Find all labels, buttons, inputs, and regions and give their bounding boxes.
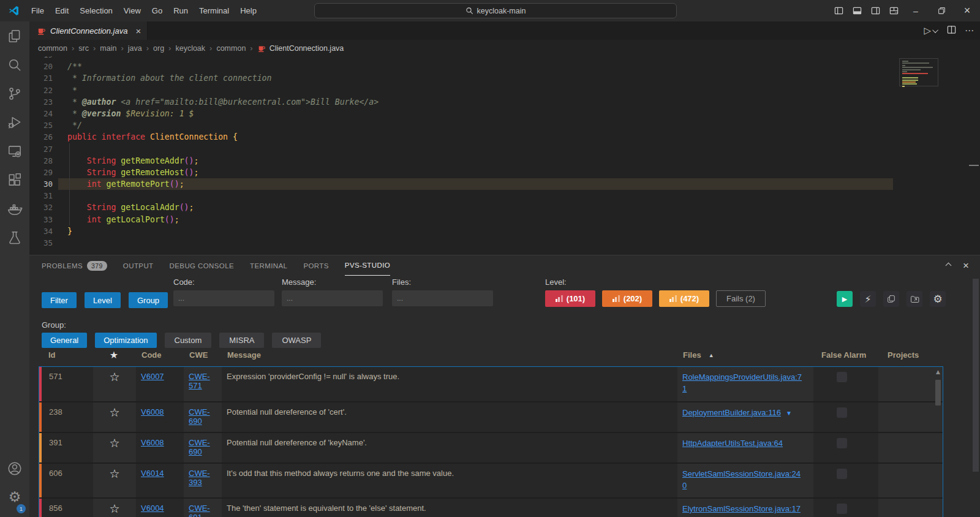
table-scrollbar[interactable]: ▲ bbox=[934, 369, 942, 406]
table-row[interactable]: 571☆V6007CWE-571Expression 'providerConf… bbox=[39, 367, 943, 402]
remote-explorer-icon[interactable] bbox=[0, 137, 29, 165]
false-alarm-checkbox[interactable] bbox=[837, 504, 847, 514]
column-header-id[interactable]: Id bbox=[41, 350, 92, 360]
tab-clientconnection[interactable]: ClientConnection.java × bbox=[29, 21, 148, 40]
panel-maximize-icon[interactable] bbox=[946, 263, 952, 269]
column-header-cwe[interactable]: CWE bbox=[183, 350, 221, 360]
run-debug-icon[interactable] bbox=[0, 108, 29, 137]
breadcrumb-item[interactable]: keycloak bbox=[175, 44, 205, 53]
cwe-link[interactable]: CWE-393 bbox=[189, 469, 210, 487]
level-3-button[interactable]: (472) bbox=[659, 290, 709, 307]
false-alarm-checkbox[interactable] bbox=[837, 438, 847, 448]
breadcrumb-item[interactable]: java bbox=[128, 44, 142, 53]
favorite-star-icon[interactable]: ☆ bbox=[93, 367, 136, 401]
docker-icon[interactable] bbox=[0, 194, 29, 223]
analyze-run-button[interactable]: ▶ bbox=[837, 291, 853, 307]
minimize-icon[interactable]: – bbox=[903, 0, 929, 21]
menu-item-file[interactable]: File bbox=[26, 4, 50, 18]
copy-results-icon[interactable] bbox=[883, 291, 899, 307]
panel-tab-debug-console[interactable]: DEBUG CONSOLE bbox=[170, 255, 235, 276]
test-beaker-icon[interactable] bbox=[0, 223, 29, 252]
table-row[interactable]: 606☆V6014CWE-393It's odd that this metho… bbox=[39, 464, 943, 499]
level-2-button[interactable]: (202) bbox=[602, 290, 652, 307]
expand-dropdown-icon[interactable]: ▼ bbox=[786, 410, 792, 417]
false-alarm-checkbox[interactable] bbox=[837, 372, 847, 382]
panel-close-icon[interactable]: × bbox=[963, 260, 969, 272]
pvs-settings-gear-icon[interactable]: ⚙ bbox=[930, 291, 946, 307]
table-row[interactable]: 238☆V6008CWE-690Potential null dereferen… bbox=[39, 402, 943, 433]
file-link[interactable]: ServletSamlSessionStore.java:240 bbox=[682, 469, 801, 490]
files-filter-input[interactable] bbox=[392, 290, 493, 306]
level-button[interactable]: Level bbox=[85, 292, 121, 308]
level-1-button[interactable]: (101) bbox=[545, 290, 595, 307]
menu-item-view[interactable]: View bbox=[118, 4, 146, 18]
false-alarm-checkbox[interactable] bbox=[837, 407, 847, 418]
cwe-link[interactable]: CWE-571 bbox=[189, 372, 210, 390]
source-control-icon[interactable] bbox=[0, 79, 29, 108]
message-filter-input[interactable] bbox=[282, 290, 383, 306]
toggle-primary-sidebar-icon[interactable] bbox=[829, 0, 848, 21]
panel-tab-pvs-studio[interactable]: PVS-STUDIO bbox=[345, 255, 390, 276]
code-link[interactable]: V6008 bbox=[141, 438, 164, 447]
account-icon[interactable] bbox=[0, 454, 29, 483]
explorer-icon[interactable] bbox=[0, 21, 29, 50]
quick-actions-icon[interactable]: ⚡ bbox=[860, 291, 876, 307]
code-link[interactable]: V6014 bbox=[141, 469, 164, 478]
breadcrumb-item[interactable]: src bbox=[78, 44, 89, 53]
menu-item-go[interactable]: Go bbox=[146, 4, 168, 18]
table-row[interactable]: 391☆V6008CWE-690Potential null dereferen… bbox=[39, 433, 943, 464]
file-link[interactable]: RoleMappingsProviderUtils.java:71 bbox=[682, 372, 802, 393]
group-button[interactable]: Group bbox=[129, 292, 168, 308]
breadcrumb-item[interactable]: main bbox=[100, 44, 116, 53]
breadcrumb-item[interactable]: common bbox=[38, 44, 67, 53]
code-filter-input[interactable] bbox=[173, 290, 274, 306]
menu-item-run[interactable]: Run bbox=[168, 4, 194, 18]
code-link[interactable]: V6004 bbox=[141, 504, 164, 513]
code-editor[interactable]: 1920/**21 * Information about the client… bbox=[29, 56, 980, 255]
editor-scrollbar[interactable] bbox=[969, 165, 979, 166]
settings-gear-icon[interactable]: ⚙ 1 bbox=[0, 482, 29, 511]
close-window-icon[interactable]: × bbox=[954, 0, 980, 21]
menu-item-edit[interactable]: Edit bbox=[50, 4, 74, 18]
favorite-star-icon[interactable]: ☆ bbox=[93, 433, 136, 462]
menu-item-help[interactable]: Help bbox=[235, 4, 262, 18]
restore-icon[interactable] bbox=[929, 0, 954, 21]
filter-button[interactable]: Filter bbox=[42, 292, 77, 308]
column-header-message[interactable]: Message bbox=[221, 350, 677, 360]
code-link[interactable]: V6007 bbox=[141, 372, 164, 381]
run-file-button[interactable]: ▷ bbox=[924, 25, 938, 36]
minimap[interactable] bbox=[899, 58, 938, 86]
customize-layout-icon[interactable] bbox=[884, 0, 903, 21]
command-center-search[interactable]: keycloak-main bbox=[314, 3, 677, 18]
breadcrumb-item[interactable]: common bbox=[216, 44, 246, 53]
open-report-folder-icon[interactable] bbox=[907, 291, 922, 307]
panel-tab-terminal[interactable]: TERMINAL bbox=[250, 255, 287, 276]
favorite-star-icon[interactable]: ☆ bbox=[93, 464, 136, 498]
panel-tab-problems[interactable]: PROBLEMS379 bbox=[42, 255, 107, 276]
toggle-panel-icon[interactable] bbox=[848, 0, 866, 21]
column-header-code[interactable]: Code bbox=[135, 350, 183, 360]
panel-scrollbar[interactable] bbox=[973, 279, 979, 472]
file-link[interactable]: HttpAdapterUtilsTest.java:64 bbox=[682, 439, 783, 448]
column-header-star-icon[interactable]: ★ bbox=[92, 349, 135, 361]
cwe-link[interactable]: CWE-690 bbox=[189, 438, 210, 456]
breadcrumb-file[interactable]: ClientConnection.java bbox=[257, 44, 344, 53]
split-editor-icon[interactable] bbox=[947, 25, 956, 36]
file-link[interactable]: ElytronSamlSessionStore.java:177 bbox=[682, 504, 801, 517]
code-link[interactable]: V6008 bbox=[141, 407, 164, 417]
column-header-projects[interactable]: Projects bbox=[878, 350, 943, 360]
toggle-secondary-sidebar-icon[interactable] bbox=[866, 0, 884, 21]
extensions-icon[interactable] bbox=[0, 165, 29, 194]
column-header-false-alarm[interactable]: False Alarm bbox=[813, 350, 878, 360]
menu-item-selection[interactable]: Selection bbox=[74, 4, 118, 18]
panel-tab-ports[interactable]: PORTS bbox=[303, 255, 328, 276]
false-alarm-checkbox[interactable] bbox=[837, 469, 847, 479]
favorite-star-icon[interactable]: ☆ bbox=[93, 402, 136, 432]
file-link[interactable]: DeploymentBuilder.java:116 bbox=[682, 408, 781, 417]
menu-item-terminal[interactable]: Terminal bbox=[194, 4, 235, 18]
cwe-link[interactable]: CWE-691 bbox=[189, 504, 210, 517]
favorite-star-icon[interactable]: ☆ bbox=[93, 499, 136, 517]
panel-tab-output[interactable]: OUTPUT bbox=[123, 255, 154, 276]
column-header-files[interactable]: Files▲ bbox=[677, 350, 813, 360]
fails-button[interactable]: Fails (2) bbox=[716, 290, 766, 307]
